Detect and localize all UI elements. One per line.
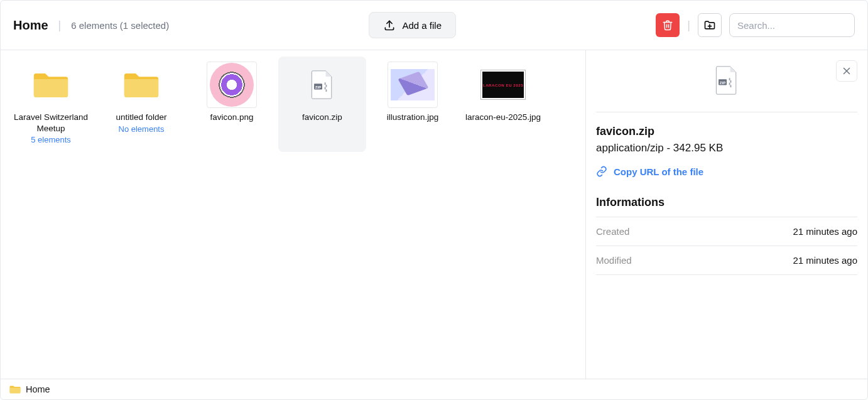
element-count: 6 elements (1 selected)	[71, 20, 169, 31]
info-value: 21 minutes ago	[793, 226, 857, 237]
close-icon	[841, 65, 852, 77]
svg-text:ZIP: ZIP	[315, 85, 321, 89]
trash-icon	[662, 19, 673, 31]
link-icon	[596, 166, 607, 177]
file-grid: Laravel Switzerland Meetup 5 elements un…	[1, 50, 586, 379]
svg-rect-6	[326, 85, 327, 87]
grid-item-folder[interactable]: untitled folder No elements	[97, 57, 185, 152]
folder-plus-icon	[703, 19, 716, 31]
image-thumbnail: LARACON EU 2025	[478, 62, 528, 108]
separator: |	[58, 19, 62, 32]
svg-rect-8	[326, 89, 327, 92]
separator: |	[687, 19, 690, 32]
close-button[interactable]	[836, 60, 857, 82]
upload-icon	[383, 19, 396, 31]
info-section-header: Informations	[596, 196, 857, 217]
svg-rect-13	[729, 78, 730, 80]
svg-rect-14	[730, 80, 732, 83]
info-key: Modified	[596, 255, 632, 266]
item-name: favicon.zip	[302, 112, 342, 123]
item-subtitle: 5 elements	[31, 135, 71, 144]
item-subtitle: No elements	[119, 124, 165, 134]
info-key: Created	[596, 226, 629, 237]
grid-item-folder[interactable]: Laravel Switzerland Meetup 5 elements	[7, 57, 95, 152]
details-file-meta: application/zip - 342.95 KB	[596, 142, 723, 154]
new-folder-button[interactable]	[698, 13, 722, 37]
grid-item-image[interactable]: favicon.png	[188, 57, 276, 152]
details-panel: ZIP favicon.zip application/zip - 342.95…	[586, 50, 867, 379]
add-file-button[interactable]: Add a file	[369, 12, 456, 38]
folder-icon	[9, 384, 21, 394]
copy-url-label: Copy URL of the file	[614, 166, 703, 177]
breadcrumb-label: Home	[26, 384, 50, 394]
info-value: 21 minutes ago	[793, 255, 857, 266]
zip-file-icon: ZIP	[297, 62, 347, 108]
svg-rect-16	[730, 85, 732, 87]
svg-rect-7	[325, 87, 326, 90]
svg-rect-15	[729, 83, 730, 85]
details-file-name: favicon.zip	[596, 125, 654, 138]
item-name: untitled folder	[116, 112, 166, 123]
svg-rect-5	[325, 82, 326, 85]
item-name: illustration.jpg	[387, 112, 439, 123]
breadcrumb[interactable]: Home	[1, 379, 867, 399]
folder-icon	[116, 62, 166, 108]
page-title: Home	[13, 18, 48, 33]
item-name: Laravel Switzerland Meetup	[9, 112, 92, 134]
item-name: favicon.png	[210, 112, 253, 123]
copy-url-button[interactable]: Copy URL of the file	[596, 166, 703, 177]
search-input[interactable]	[729, 13, 855, 37]
item-name: laracon-eu-2025.jpg	[465, 112, 541, 123]
grid-item-image[interactable]: LARACON EU 2025 laracon-eu-2025.jpg	[459, 57, 547, 152]
grid-item-image[interactable]: illustration.jpg	[369, 57, 457, 152]
image-thumbnail	[207, 62, 257, 108]
info-row: Modified 21 minutes ago	[596, 246, 857, 275]
svg-text:ZIP: ZIP	[720, 81, 725, 85]
delete-button[interactable]	[656, 13, 680, 37]
grid-item-zip[interactable]: ZIP favicon.zip	[278, 57, 366, 152]
add-file-label: Add a file	[402, 20, 442, 31]
image-thumbnail	[388, 62, 438, 108]
info-row: Created 21 minutes ago	[596, 217, 857, 246]
folder-icon	[26, 62, 76, 108]
file-preview-icon: ZIP	[715, 65, 739, 95]
